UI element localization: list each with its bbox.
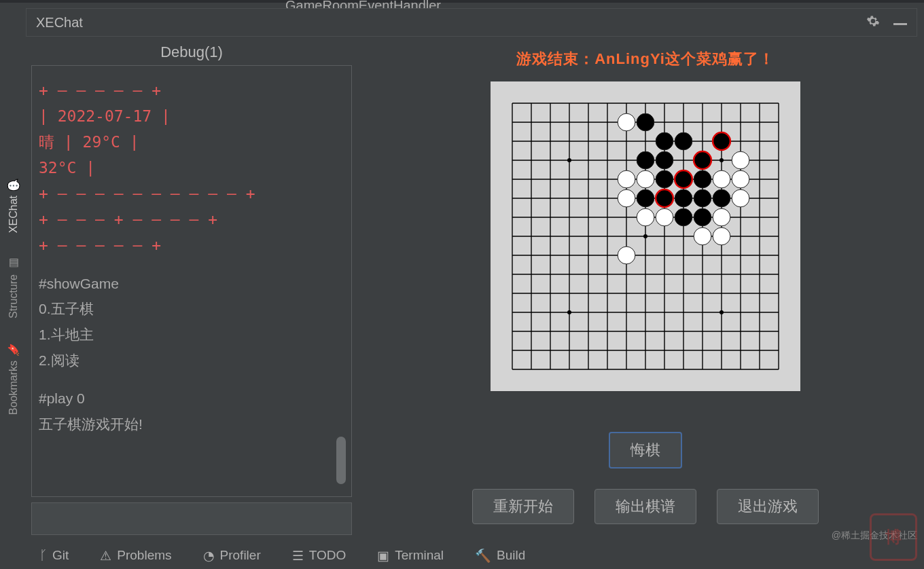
svg-point-33 (719, 158, 724, 162)
svg-point-55 (732, 151, 749, 169)
terminal-icon: ▣ (377, 548, 389, 564)
board-container (491, 81, 800, 391)
svg-point-59 (732, 170, 749, 188)
svg-point-54 (618, 113, 635, 131)
console-output[interactable]: + — — — — — + | 2022-07-17 | 晴 | 29°C | … (31, 65, 352, 497)
svg-point-35 (567, 310, 571, 314)
clipped-header: GameRoomEventHandler (285, 0, 441, 8)
bottom-item-git[interactable]: ᚴGit (39, 548, 69, 563)
bottom-item-problems[interactable]: ⚠Problems (100, 548, 171, 564)
game-status: 游戏结束：AnLingYi这个菜鸡赢了！ (516, 49, 775, 69)
scrollbar-thumb[interactable] (336, 437, 346, 484)
svg-point-44 (656, 170, 673, 188)
left-tool-rail: XEChat 💬 Structure ▤ Bookmarks 🔖 (0, 8, 26, 539)
svg-point-45 (675, 170, 692, 188)
quit-button[interactable]: 退出游戏 (717, 489, 819, 524)
structure-icon: ▤ (7, 257, 20, 270)
todo-icon: ☰ (292, 548, 304, 564)
svg-point-38 (656, 132, 673, 150)
sidebar-item-bookmarks[interactable]: Bookmarks 🔖 (7, 343, 20, 415)
svg-point-61 (732, 189, 749, 207)
svg-point-47 (637, 189, 654, 207)
minimize-icon[interactable] (893, 16, 907, 29)
svg-point-65 (694, 227, 711, 245)
svg-point-57 (637, 170, 654, 188)
panel-header: Debug(1) (29, 39, 355, 65)
svg-point-67 (618, 246, 635, 264)
svg-point-36 (719, 310, 724, 314)
sidebar-item-structure[interactable]: Structure ▤ (7, 257, 20, 318)
tool-window-title-bar: XEChat (26, 8, 917, 37)
tool-window-title: XEChat (36, 15, 83, 31)
svg-point-64 (713, 208, 730, 226)
svg-point-51 (713, 189, 730, 207)
svg-point-63 (656, 208, 673, 226)
bookmark-icon: 🔖 (7, 343, 20, 356)
profiler-icon: ◔ (203, 548, 215, 564)
svg-point-52 (675, 208, 692, 226)
export-button[interactable]: 输出棋谱 (594, 489, 696, 524)
svg-rect-0 (893, 23, 907, 25)
svg-point-34 (643, 234, 647, 238)
bottom-item-build[interactable]: 🔨Build (475, 548, 525, 564)
svg-point-56 (618, 170, 635, 188)
svg-point-60 (618, 189, 635, 207)
svg-point-37 (637, 113, 654, 131)
debug-panel: Debug(1) + — — — — — + | 2022-07-17 | 晴 … (29, 39, 355, 535)
svg-point-48 (656, 189, 673, 207)
svg-point-39 (675, 132, 692, 150)
bottom-item-profiler[interactable]: ◔Profiler (203, 548, 261, 564)
svg-point-58 (713, 170, 730, 188)
stamp-logo: 博 (870, 513, 917, 561)
svg-point-42 (656, 151, 673, 169)
svg-point-41 (637, 151, 654, 169)
branch-icon: ᚴ (39, 548, 47, 563)
sidebar-item-xechat[interactable]: XEChat 💬 (7, 178, 20, 233)
hammer-icon: 🔨 (475, 548, 491, 564)
svg-point-40 (713, 132, 730, 150)
undo-button[interactable]: 悔棋 (609, 432, 682, 469)
bottom-item-todo[interactable]: ☰TODO (292, 548, 346, 564)
game-panel: 游戏结束：AnLingYi这个菜鸡赢了！ 悔棋 重新开始 输出棋谱 退出游戏 (380, 49, 910, 535)
svg-point-49 (675, 189, 692, 207)
bottom-item-terminal[interactable]: ▣Terminal (377, 548, 444, 564)
bottom-tool-bar: ᚴGit ⚠Problems ◔Profiler ☰TODO ▣Terminal… (26, 542, 924, 569)
gear-icon[interactable] (866, 14, 880, 31)
svg-point-43 (694, 151, 711, 169)
gomoku-board[interactable] (503, 94, 788, 379)
svg-point-53 (694, 208, 711, 226)
restart-button[interactable]: 重新开始 (472, 489, 574, 524)
warning-icon: ⚠ (100, 548, 111, 564)
svg-point-46 (694, 170, 711, 188)
svg-point-62 (637, 208, 654, 226)
chat-input[interactable] (31, 502, 352, 535)
svg-point-32 (567, 158, 571, 162)
svg-point-50 (694, 189, 711, 207)
chat-icon: 💬 (7, 178, 20, 191)
svg-point-66 (713, 227, 730, 245)
